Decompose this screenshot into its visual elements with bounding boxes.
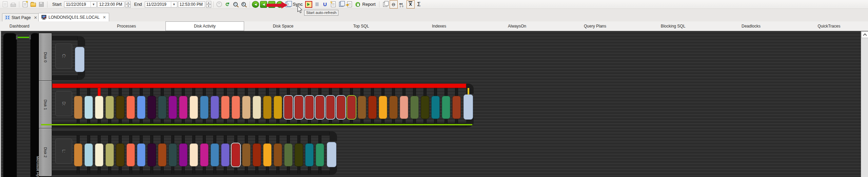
save-button[interactable] <box>38 1 45 8</box>
file-block[interactable] <box>242 96 251 119</box>
drive-box[interactable]: D: <box>55 91 72 116</box>
tab-londonsql01[interactable]: LONDONSQL01.SE.LOCAL ✕ <box>38 13 109 21</box>
file-block[interactable] <box>295 143 303 166</box>
history-button[interactable] <box>216 1 223 8</box>
file-block[interactable] <box>442 96 450 119</box>
file-block[interactable] <box>431 96 440 119</box>
file-block[interactable] <box>305 96 314 119</box>
pages-button[interactable] <box>338 1 345 8</box>
scroll-up-button[interactable] <box>861 31 868 38</box>
view-tab-quicktraces[interactable]: QuickTraces <box>790 21 868 31</box>
file-block[interactable] <box>74 143 82 166</box>
file-block[interactable] <box>316 143 324 166</box>
view-tab-top-sql[interactable]: Top SQL <box>322 21 400 31</box>
dropdown-arrow-icon[interactable]: ▼ <box>91 2 95 7</box>
view-tab-indexes[interactable]: Indexes <box>400 21 478 31</box>
print-preview-button[interactable] <box>1 1 9 8</box>
file-block[interactable] <box>389 96 398 119</box>
close-icon[interactable]: ✕ <box>34 15 37 20</box>
file-block[interactable] <box>95 143 103 166</box>
tab-start-page[interactable]: Start Page ✕ <box>2 13 40 21</box>
file-block[interactable] <box>337 96 345 119</box>
file-block[interactable] <box>200 143 209 166</box>
open-button[interactable] <box>29 1 37 8</box>
new-view-button[interactable]: ✶ <box>21 1 29 8</box>
end-time-spinner[interactable]: ▲▼ <box>206 1 211 8</box>
file-block[interactable] <box>263 96 272 119</box>
zoom-in-button[interactable] <box>240 1 248 8</box>
file-block[interactable] <box>326 96 335 119</box>
file-block[interactable] <box>84 143 93 166</box>
file-block[interactable] <box>253 143 261 166</box>
file-block[interactable] <box>274 143 282 166</box>
export-button[interactable]: ➜ <box>346 1 353 8</box>
file-block[interactable] <box>74 96 82 119</box>
file-block[interactable] <box>84 96 93 119</box>
file-block[interactable] <box>169 143 177 166</box>
end-date-input[interactable]: 11/22/2019▼ <box>145 1 177 7</box>
zoom-out-button[interactable] <box>232 1 239 8</box>
file-block[interactable] <box>211 143 219 166</box>
start-auto-refresh-button[interactable] <box>305 1 313 8</box>
jump-to-button[interactable]: ↻ <box>224 1 231 8</box>
file-block[interactable] <box>95 96 103 119</box>
file-block[interactable] <box>116 143 124 166</box>
file-block[interactable] <box>253 96 261 119</box>
drive-box[interactable]: C: <box>55 43 72 69</box>
nav-first-button[interactable]: ◀ <box>252 1 259 8</box>
file-block[interactable] <box>200 96 209 119</box>
file-block[interactable] <box>105 96 114 119</box>
file-block[interactable] <box>137 143 145 166</box>
file-block[interactable] <box>284 143 293 166</box>
vertical-scrollbar[interactable] <box>861 31 868 177</box>
file-block[interactable] <box>400 96 408 119</box>
file-block[interactable] <box>379 96 387 119</box>
file-block[interactable] <box>295 96 303 119</box>
sum-button[interactable]: Σ <box>415 1 423 8</box>
start-date-input[interactable]: 11/22/2019▼ <box>64 1 97 7</box>
start-time-input[interactable]: 12:23:00 PM <box>97 1 124 7</box>
file-block[interactable] <box>232 143 240 166</box>
file-block[interactable] <box>105 143 114 166</box>
file-block[interactable] <box>137 96 145 119</box>
file-block[interactable] <box>211 96 219 119</box>
view-tab-deadlocks[interactable]: Deadlocks <box>712 21 790 31</box>
view-tab-disk-activity[interactable]: Disk Activity <box>165 21 244 31</box>
file-block[interactable] <box>232 96 240 119</box>
print-button[interactable] <box>9 1 17 8</box>
file-block[interactable] <box>158 96 166 119</box>
file-block[interactable] <box>179 143 188 166</box>
file-block[interactable] <box>190 143 198 166</box>
file-block[interactable] <box>179 96 188 119</box>
view-tab-query-plans[interactable]: Query Plans <box>556 21 634 31</box>
file-block[interactable] <box>274 96 282 119</box>
file-block[interactable] <box>421 96 429 119</box>
file-block[interactable] <box>221 96 230 119</box>
file-block[interactable] <box>242 143 251 166</box>
file-block[interactable] <box>263 143 272 166</box>
mean-toggle[interactable]: X <box>407 0 415 8</box>
report-button[interactable]: Report <box>362 2 376 7</box>
view-tab-processes[interactable]: Processes <box>87 21 165 31</box>
free-space-block[interactable] <box>463 94 473 120</box>
file-block[interactable] <box>190 96 198 119</box>
view-tab-alwayson[interactable]: AlwaysOn <box>478 21 556 31</box>
file-block[interactable] <box>368 96 377 119</box>
file-block[interactable] <box>158 143 166 166</box>
file-block[interactable] <box>316 96 324 119</box>
file-block[interactable] <box>410 96 419 119</box>
file-block[interactable] <box>221 143 230 166</box>
free-space-block[interactable] <box>75 47 84 72</box>
view-tab-dashboard[interactable]: Dashboard <box>0 21 87 31</box>
file-block[interactable] <box>126 96 135 119</box>
pause-button[interactable] <box>313 1 321 8</box>
dropdown-arrow-icon[interactable]: ▼ <box>171 2 176 7</box>
view-tab-disk-space[interactable]: Disk Space <box>244 21 322 31</box>
view-tab-blocking-sql[interactable]: Blocking SQL <box>634 21 712 31</box>
file-block[interactable] <box>116 96 124 119</box>
file-block[interactable] <box>147 143 156 166</box>
drive-box[interactable]: L: <box>55 139 72 164</box>
copy-button[interactable] <box>381 1 389 8</box>
disk-mode-toggle[interactable]: ⊖ <box>390 0 398 8</box>
reset-button[interactable]: U <box>321 1 329 8</box>
